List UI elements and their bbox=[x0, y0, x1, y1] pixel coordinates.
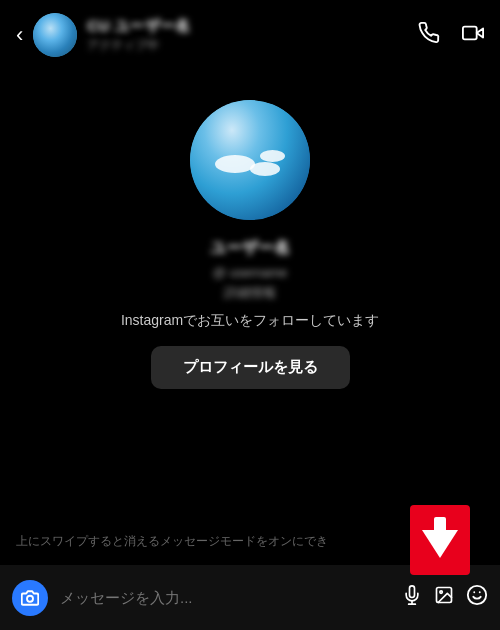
view-profile-button[interactable]: プロフィールを見る bbox=[151, 346, 350, 389]
svg-point-6 bbox=[440, 591, 443, 594]
message-input[interactable] bbox=[60, 589, 390, 606]
svg-marker-0 bbox=[477, 28, 483, 37]
header-info: CU ユーザー名 アクティブ中 bbox=[87, 17, 418, 54]
profile-detail: 詳細情報 bbox=[224, 284, 276, 302]
camera-button[interactable] bbox=[12, 580, 48, 616]
profile-name: ユーザー名 bbox=[210, 238, 290, 259]
camera-icon bbox=[21, 589, 39, 607]
header-icons bbox=[418, 22, 484, 49]
follow-status-text: Instagramでお互いをフォローしています bbox=[121, 312, 379, 330]
header-username: CU ユーザー名 bbox=[87, 17, 418, 36]
voice-call-icon[interactable] bbox=[418, 22, 440, 49]
profile-handle: @ username bbox=[213, 265, 288, 280]
svg-point-7 bbox=[468, 586, 486, 604]
microphone-icon[interactable] bbox=[402, 585, 422, 610]
sticker-icon[interactable] bbox=[466, 584, 488, 611]
svg-point-2 bbox=[27, 595, 33, 601]
header: ‹ CU ユーザー名 アクティブ中 bbox=[0, 0, 500, 70]
back-button[interactable]: ‹ bbox=[16, 22, 23, 48]
svg-rect-1 bbox=[463, 26, 477, 39]
header-status: アクティブ中 bbox=[87, 37, 418, 54]
header-avatar[interactable] bbox=[33, 13, 77, 57]
profile-area: ユーザー名 @ username 詳細情報 Instagramでお互いをフォロー… bbox=[0, 70, 500, 409]
profile-avatar[interactable] bbox=[190, 100, 310, 220]
video-call-icon[interactable] bbox=[462, 22, 484, 49]
image-icon[interactable] bbox=[434, 585, 454, 610]
red-arrow-overlay bbox=[410, 505, 470, 575]
swipe-hint-text: 上にスワイプすると消えるメッセージモードをオンにでき bbox=[16, 534, 328, 548]
